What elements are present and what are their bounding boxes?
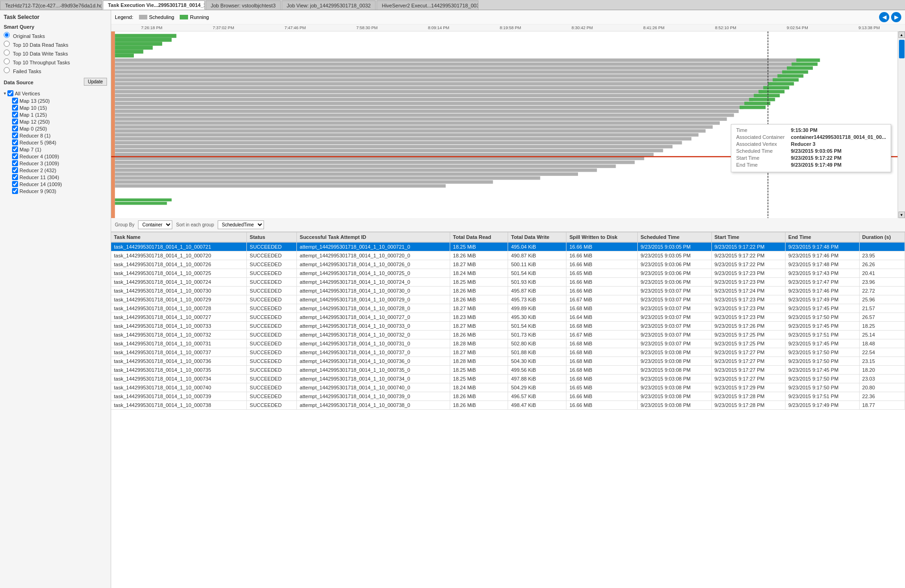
table-row[interactable]: task_1442995301718_0014_1_10_000738SUCCE… xyxy=(111,401,905,410)
tab-hiveserver2[interactable]: HiveServer2 Execut...1442995301718_0031 xyxy=(377,0,478,10)
tooltip-scheduled-row: Scheduled Time 9/23/2015 9:03:05 PM xyxy=(736,148,886,154)
table-cell: 18.20 xyxy=(859,366,905,375)
vertex-map13-checkbox[interactable] xyxy=(12,98,18,104)
table-cell: SUCCEEDED xyxy=(247,260,297,269)
gantt-chart[interactable]: Time 9:15:30 PM Associated Container con… xyxy=(111,31,905,218)
table-cell: 18.25 xyxy=(859,322,905,331)
table-cell: 498.47 KiB xyxy=(508,401,566,410)
table-row[interactable]: task_1442995301718_0014_1_10_000735SUCCE… xyxy=(111,366,905,375)
vertex-reducer11-checkbox[interactable] xyxy=(12,174,18,180)
table-cell: task_1442995301718_0014_1_10_000729 xyxy=(111,295,247,304)
option-top10-read[interactable]: Top 10 Data Read Tasks xyxy=(4,41,107,48)
table-row[interactable]: task_1442995301718_0014_1_10_000731SUCCE… xyxy=(111,339,905,348)
table-cell: 496.57 KiB xyxy=(508,392,566,401)
vertex-reducer9-checkbox[interactable] xyxy=(12,188,18,194)
table-cell: 9/23/2015 9:03:07 PM xyxy=(637,287,711,295)
table-cell: 18.25 MiB xyxy=(450,375,508,383)
table-row[interactable]: task_1442995301718_0014_1_10_000725SUCCE… xyxy=(111,269,905,278)
scheduling-swatch xyxy=(139,15,147,19)
tooltip-end-row: End Time 9/23/2015 9:17:49 PM xyxy=(736,162,886,168)
table-cell: 495.04 KiB xyxy=(508,242,566,251)
vertex-reducer14-label: Reducer 14 (1009) xyxy=(19,181,62,187)
sort-select[interactable]: ScheduledTime xyxy=(218,220,264,229)
table-cell: task_1442995301718_0014_1_10_000734 xyxy=(111,375,247,383)
table-cell: SUCCEEDED xyxy=(247,401,297,410)
svg-rect-34 xyxy=(115,161,635,164)
table-cell: 9/23/2015 9:17:23 PM xyxy=(711,313,786,322)
option-original-tasks[interactable]: Original Tasks xyxy=(4,32,107,39)
vertex-reducer8-checkbox[interactable] xyxy=(12,132,18,138)
tab-job-view[interactable]: Job View: job_1442995301718_0032 xyxy=(282,0,376,10)
table-cell: task_1442995301718_0014_1_10_000733 xyxy=(111,322,247,331)
table-row[interactable]: task_1442995301718_0014_1_10_000737SUCCE… xyxy=(111,348,905,357)
vertex-reducer2-checkbox[interactable] xyxy=(12,167,18,173)
table-row[interactable]: task_1442995301718_0014_1_10_000724SUCCE… xyxy=(111,278,905,287)
svg-rect-7 xyxy=(115,54,134,57)
vertex-reducer14-checkbox[interactable] xyxy=(12,181,18,187)
option-failed-tasks[interactable]: Failed Tasks xyxy=(4,67,107,74)
table-cell: 18.25 MiB xyxy=(450,278,508,287)
expand-arrow-icon[interactable]: ▾ xyxy=(4,91,6,96)
vertex-reducer4-checkbox[interactable] xyxy=(12,153,18,159)
tick-5: 8:19:58 PM xyxy=(475,25,547,30)
svg-rect-29 xyxy=(115,141,682,144)
table-cell: 9/23/2015 9:03:07 PM xyxy=(637,331,711,339)
table-row[interactable]: task_1442995301718_0014_1_10_000726SUCCE… xyxy=(111,260,905,269)
table-row[interactable]: task_1442995301718_0014_1_10_000734SUCCE… xyxy=(111,375,905,383)
table-row[interactable]: task_1442995301718_0014_1_10_000730SUCCE… xyxy=(111,287,905,295)
table-cell: 9/23/2015 9:17:50 PM xyxy=(786,357,860,366)
scroll-up-button[interactable]: ▲ xyxy=(899,31,905,38)
nav-prev-button[interactable]: ◀ xyxy=(879,12,889,22)
table-row[interactable]: task_1442995301718_0014_1_10_000736SUCCE… xyxy=(111,357,905,366)
tab-job-browser[interactable]: Job Browser: vstoolbjchtest3 xyxy=(206,0,281,10)
data-source-section: Data Source Update xyxy=(4,76,107,88)
table-cell: 490.87 KiB xyxy=(508,251,566,260)
table-row[interactable]: task_1442995301718_0014_1_10_000740SUCCE… xyxy=(111,383,905,392)
scroll-thumb[interactable] xyxy=(899,40,905,58)
table-row[interactable]: task_1442995301718_0014_1_10_000733SUCCE… xyxy=(111,322,905,331)
vertex-reducer3-checkbox[interactable] xyxy=(12,160,18,166)
vertex-map7-checkbox[interactable] xyxy=(12,146,18,152)
update-button[interactable]: Update xyxy=(84,78,107,86)
table-cell: 18.26 MiB xyxy=(450,392,508,401)
table-cell: 9/23/2015 9:03:05 PM xyxy=(637,242,711,251)
table-cell: attempt_1442995301718_0014_1_10_000739_0 xyxy=(297,392,450,401)
table-cell: 9/23/2015 9:17:49 PM xyxy=(786,401,860,410)
table-cell: 9/23/2015 9:17:27 PM xyxy=(711,348,786,357)
table-row[interactable]: task_1442995301718_0014_1_10_000728SUCCE… xyxy=(111,304,905,313)
vertex-reducer2: Reducer 2 (432) xyxy=(12,167,107,173)
svg-rect-2 xyxy=(115,34,176,38)
tooltip-container-label: Associated Container xyxy=(736,134,787,140)
data-table-area[interactable]: Task Name Status Successful Task Attempt… xyxy=(111,232,905,588)
table-row[interactable]: task_1442995301718_0014_1_10_000739SUCCE… xyxy=(111,392,905,401)
table-cell: 16.68 MiB xyxy=(566,322,638,331)
option-top10-write[interactable]: Top 10 Data Write Tasks xyxy=(4,50,107,56)
vertex-reducer5-checkbox[interactable] xyxy=(12,139,18,145)
tooltip-start-value: 9/23/2015 9:17:22 PM xyxy=(791,155,841,161)
tick-0: 7:26:18 PM xyxy=(116,25,188,30)
nav-next-button[interactable]: ▶ xyxy=(891,12,901,22)
vertex-map1-checkbox[interactable] xyxy=(12,112,18,118)
tab-hql[interactable]: TezHdz712-T2(ce-427...-89d93e76da1d.hql xyxy=(0,0,102,10)
table-row[interactable]: task_1442995301718_0014_1_10_000720SUCCE… xyxy=(111,251,905,260)
table-cell: task_1442995301718_0014_1_10_000721 xyxy=(111,242,247,251)
table-row[interactable]: task_1442995301718_0014_1_10_000721SUCCE… xyxy=(111,242,905,251)
table-row[interactable]: task_1442995301718_0014_1_10_000732SUCCE… xyxy=(111,331,905,339)
table-cell: 16.66 MiB xyxy=(566,401,638,410)
vertex-map0-checkbox[interactable] xyxy=(12,125,18,131)
scroll-down-button[interactable]: ▼ xyxy=(899,212,905,218)
group-by-select[interactable]: Container xyxy=(138,220,172,229)
vertex-reducer8: Reducer 8 (1) xyxy=(12,132,107,138)
table-row[interactable]: task_1442995301718_0014_1_10_000727SUCCE… xyxy=(111,313,905,322)
table-row[interactable]: task_1442995301718_0014_1_10_000729SUCCE… xyxy=(111,295,905,304)
sidebar: Task Selector Smart Query Original Tasks… xyxy=(0,10,111,588)
vertex-all-checkbox[interactable] xyxy=(7,90,13,96)
table-cell: 501.54 KiB xyxy=(508,322,566,331)
table-cell: attempt_1442995301718_0014_1_10_000724_0 xyxy=(297,278,450,287)
vertex-map10-checkbox[interactable] xyxy=(12,105,18,111)
option-top10-throughput[interactable]: Top 10 Throughput Tasks xyxy=(4,58,107,65)
vertex-map12-checkbox[interactable] xyxy=(12,119,18,125)
tab-task-execution[interactable]: Task Execution Vie...2995301718_0014_1) … xyxy=(103,0,205,10)
table-cell: task_1442995301718_0014_1_10_000730 xyxy=(111,287,247,295)
table-cell: 18.28 MiB xyxy=(450,357,508,366)
